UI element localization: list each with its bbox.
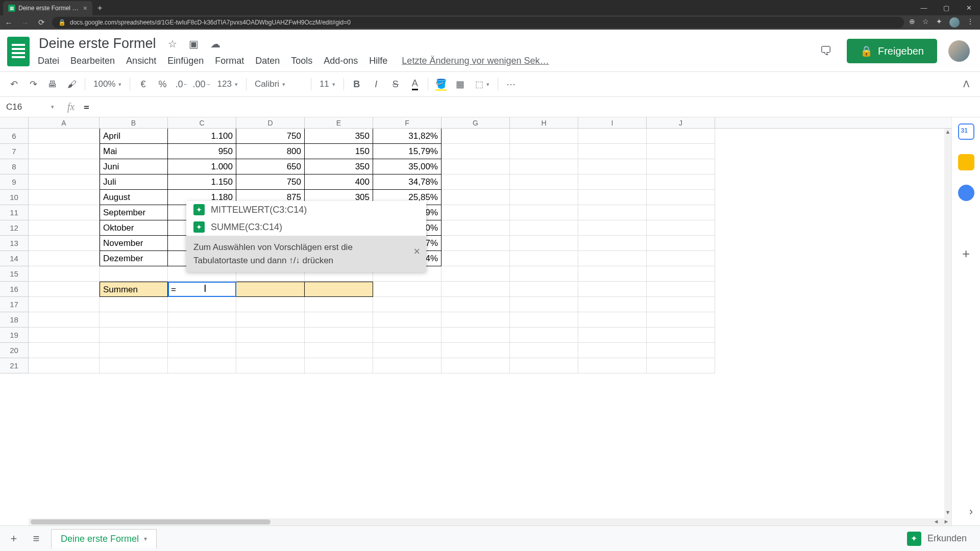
cell[interactable] <box>442 159 510 174</box>
cell[interactable] <box>510 159 578 174</box>
cell[interactable]: Juli <box>100 174 168 190</box>
cell[interactable]: 1.000 <box>168 159 236 174</box>
row-header[interactable]: 12 <box>0 220 28 236</box>
cell[interactable] <box>578 129 647 144</box>
cell[interactable] <box>442 251 510 266</box>
cell[interactable] <box>305 312 373 328</box>
cell[interactable] <box>373 343 442 358</box>
cell[interactable] <box>236 358 305 373</box>
cell[interactable] <box>578 220 647 236</box>
menu-hilfe[interactable]: Hilfe <box>369 56 387 66</box>
cell[interactable] <box>29 328 100 343</box>
cell[interactable] <box>578 251 647 266</box>
cell[interactable]: 750 <box>236 129 305 144</box>
move-folder-icon[interactable]: ▣ <box>187 38 201 50</box>
col-header[interactable]: I <box>578 117 647 128</box>
row-header[interactable]: 20 <box>0 343 28 358</box>
font-select[interactable]: Calibri▾ <box>251 79 307 89</box>
col-header[interactable]: G <box>442 117 510 128</box>
cell[interactable] <box>29 297 100 312</box>
chevron-down-icon[interactable]: ▾ <box>144 535 147 542</box>
cell[interactable] <box>29 266 100 282</box>
col-header[interactable]: J <box>647 117 715 128</box>
cell[interactable] <box>442 358 510 373</box>
cell[interactable]: 31,82% <box>373 129 442 144</box>
collapse-toolbar-icon[interactable]: ᐱ <box>958 76 975 93</box>
cell[interactable] <box>442 174 510 190</box>
zoom-icon[interactable]: ⊕ <box>909 17 915 28</box>
formula-input[interactable]: = <box>82 102 980 112</box>
text-color-icon[interactable]: A <box>406 76 424 93</box>
close-icon[interactable]: × <box>413 243 420 260</box>
cell[interactable] <box>29 129 100 144</box>
cell[interactable] <box>510 266 578 282</box>
cell[interactable] <box>29 205 100 220</box>
cell[interactable] <box>647 328 715 343</box>
cell[interactable] <box>29 358 100 373</box>
row-header[interactable]: 19 <box>0 328 28 343</box>
cell[interactable] <box>510 312 578 328</box>
cell[interactable] <box>647 282 715 297</box>
grid[interactable]: ABCDEFGHIJ 6789101112131415161718192021 … <box>0 117 951 525</box>
row-header[interactable]: 7 <box>0 144 28 159</box>
menu-bearbeiten[interactable]: Bearbeiten <box>70 56 115 66</box>
undo-icon[interactable]: ↶ <box>5 76 22 93</box>
cell[interactable] <box>510 282 578 297</box>
cell[interactable] <box>578 144 647 159</box>
cell[interactable] <box>578 159 647 174</box>
cell[interactable]: 400 <box>305 174 373 190</box>
cell[interactable] <box>305 282 373 297</box>
window-minimize-icon[interactable]: — <box>913 0 935 15</box>
tab-close-icon[interactable]: × <box>83 4 87 12</box>
menu-icon[interactable]: ⋮ <box>967 17 974 28</box>
cell[interactable] <box>29 220 100 236</box>
row-header[interactable]: 11 <box>0 205 28 220</box>
cell[interactable] <box>510 129 578 144</box>
v-scrollbar[interactable]: ▲ ▼ <box>944 129 951 518</box>
cell[interactable] <box>578 312 647 328</box>
col-header[interactable]: A <box>29 117 100 128</box>
more-icon[interactable]: ⋯ <box>502 76 520 93</box>
scroll-left-icon[interactable]: ◄ <box>931 518 941 525</box>
increase-decimal-icon[interactable]: .00→ <box>192 76 211 93</box>
cell[interactable] <box>510 220 578 236</box>
cell[interactable] <box>29 343 100 358</box>
cell[interactable] <box>510 174 578 190</box>
cell[interactable] <box>442 312 510 328</box>
decrease-decimal-icon[interactable]: .0← <box>173 76 190 93</box>
col-header[interactable]: C <box>168 117 236 128</box>
cell[interactable] <box>578 266 647 282</box>
cell[interactable] <box>305 358 373 373</box>
cell[interactable] <box>168 312 236 328</box>
row-header[interactable]: 15 <box>0 266 28 282</box>
cell[interactable] <box>236 328 305 343</box>
menu-einfuegen[interactable]: Einfügen <box>167 56 204 66</box>
merge-cells-icon[interactable]: ⬚▾ <box>471 79 494 90</box>
tasks-app-icon[interactable] <box>958 185 974 201</box>
cell[interactable] <box>29 190 100 205</box>
sheet-tab[interactable]: Deine erste Formel ▾ <box>51 529 157 548</box>
cell[interactable]: 750 <box>236 174 305 190</box>
cell[interactable]: November <box>100 236 168 251</box>
row-header[interactable]: 13 <box>0 236 28 251</box>
cell[interactable] <box>373 297 442 312</box>
cell[interactable] <box>647 236 715 251</box>
cell[interactable]: Dezember <box>100 251 168 266</box>
menu-ansicht[interactable]: Ansicht <box>126 56 156 66</box>
cell[interactable] <box>578 358 647 373</box>
suggestion-item[interactable]: ✦ SUMME(C3:C14) <box>186 218 426 236</box>
nav-reload-icon[interactable]: ⟳ <box>36 18 47 27</box>
currency-icon[interactable]: € <box>134 76 152 93</box>
new-tab-button[interactable]: + <box>92 1 107 15</box>
cell[interactable] <box>442 144 510 159</box>
cell[interactable] <box>647 312 715 328</box>
cell[interactable]: 350 <box>305 159 373 174</box>
cell[interactable]: = <box>168 282 236 297</box>
star-outline-icon[interactable]: ☆ <box>165 38 180 50</box>
cell[interactable] <box>100 328 168 343</box>
sheets-logo-icon[interactable] <box>7 37 30 66</box>
cell[interactable] <box>647 266 715 282</box>
cell[interactable] <box>578 282 647 297</box>
cell[interactable]: 35,00% <box>373 159 442 174</box>
cell[interactable] <box>442 220 510 236</box>
